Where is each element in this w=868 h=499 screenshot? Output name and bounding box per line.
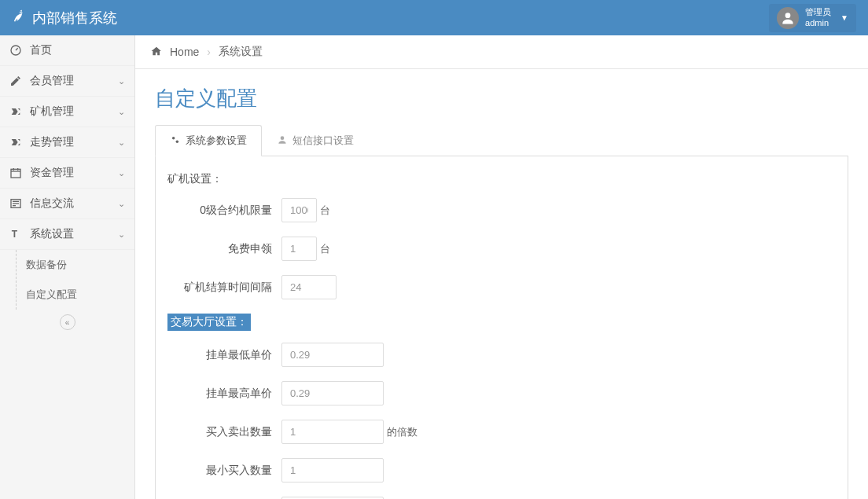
text-icon: T: [9, 228, 22, 240]
collapse-button[interactable]: «: [60, 314, 75, 330]
tab-sms-settings[interactable]: 短信接口设置: [262, 125, 369, 156]
header-brand: 内部销售系统: [12, 9, 117, 28]
user-role: 管理员: [805, 7, 831, 17]
sidebar-submenu: 数据备份 自定义配置: [16, 250, 134, 310]
sub-item-custom-config[interactable]: 自定义配置: [17, 280, 134, 310]
chevron-down-icon: ⌄: [118, 107, 125, 117]
sidebar-item-label: 走势管理: [30, 135, 74, 149]
user-info: 管理员 admin: [805, 7, 831, 28]
min-buy-input[interactable]: [281, 458, 384, 482]
form-suffix: 台: [320, 204, 330, 218]
app-header: 内部销售系统 管理员 admin ▼: [0, 0, 868, 35]
svg-point-12: [176, 140, 179, 143]
shuffle-icon: [9, 136, 22, 149]
form-row-min-price: 挂单最低单价: [167, 343, 836, 367]
sidebar-item-label: 资金管理: [30, 166, 74, 180]
chevron-down-icon: ⌄: [118, 168, 125, 178]
tab-label: 系统参数设置: [186, 134, 247, 148]
sidebar-item-funds[interactable]: 资金管理 ⌄: [0, 158, 134, 189]
sidebar-item-trend[interactable]: 走势管理 ⌄: [0, 127, 134, 158]
form-suffix: 台: [320, 242, 330, 256]
form-label: 免费申领: [167, 242, 281, 256]
sidebar-item-label: 系统设置: [30, 227, 74, 241]
leaf-icon: [12, 9, 26, 27]
trade-qty-input[interactable]: [281, 420, 384, 444]
sidebar-item-label: 会员管理: [30, 74, 74, 88]
cogs-icon: [170, 134, 181, 148]
form-label: 最小买入数量: [167, 464, 281, 478]
sidebar-collapse: «: [0, 310, 134, 335]
max-price-input[interactable]: [281, 381, 384, 405]
main-content: Home › 系统设置 自定义配置 系统参数设置 短信接口设置: [135, 35, 868, 499]
contract-limit-input[interactable]: [281, 198, 317, 222]
form-row-contract-limit: 0级合约机限量 台: [167, 198, 836, 222]
form-label: 挂单最低单价: [167, 348, 281, 362]
sidebar-item-label: 信息交流: [30, 196, 74, 211]
free-claim-input[interactable]: [281, 237, 317, 261]
sub-item-backup[interactable]: 数据备份: [17, 250, 134, 280]
form-label: 买入卖出数量: [167, 425, 281, 439]
sidebar-item-member[interactable]: 会员管理 ⌄: [0, 66, 134, 97]
tab-content: 矿机设置： 0级合约机限量 台 免费申领 台 矿机结算时间间隔 交易大厅设置：: [155, 156, 848, 499]
svg-rect-2: [11, 169, 20, 178]
calendar-icon: [9, 167, 22, 179]
breadcrumb: Home › 系统设置: [135, 35, 868, 69]
form-label: 0级合约机限量: [167, 204, 281, 218]
chevron-down-icon: ⌄: [118, 76, 125, 86]
form-label: 挂单最高单价: [167, 387, 281, 401]
chevron-down-icon: ⌄: [118, 229, 125, 240]
user-menu[interactable]: 管理员 admin ▼: [769, 4, 856, 32]
sidebar-item-home[interactable]: 首页: [0, 35, 134, 66]
chevron-down-icon: ⌄: [118, 138, 125, 148]
section-trading-title: 交易大厅设置：: [167, 314, 251, 331]
edit-icon: [9, 75, 22, 87]
sidebar-item-messages[interactable]: 信息交流 ⌄: [0, 189, 134, 219]
svg-point-11: [172, 136, 175, 139]
svg-text:T: T: [12, 229, 18, 240]
newspaper-icon: [9, 197, 22, 210]
form-row-max-price: 挂单最高单价: [167, 381, 836, 405]
user-name: admin: [805, 18, 831, 28]
shuffle-icon: [9, 105, 22, 118]
chevron-down-icon: ⌄: [118, 199, 125, 209]
sidebar-item-miner[interactable]: 矿机管理 ⌄: [0, 97, 134, 127]
tab-system-params[interactable]: 系统参数设置: [155, 125, 262, 156]
form-row-free-claim: 免费申领 台: [167, 237, 836, 261]
breadcrumb-home[interactable]: Home: [170, 46, 199, 58]
section-miner-title: 矿机设置：: [167, 172, 836, 186]
form-row-settle-interval: 矿机结算时间间隔: [167, 275, 836, 299]
svg-point-0: [785, 13, 791, 18]
tabs: 系统参数设置 短信接口设置: [155, 124, 848, 156]
breadcrumb-current: 系统设置: [219, 45, 263, 59]
dashboard-icon: [9, 44, 22, 57]
min-price-input[interactable]: [281, 343, 384, 367]
form-label: 矿机结算时间间隔: [167, 281, 281, 295]
sidebar-item-label: 首页: [30, 43, 52, 57]
tab-label: 短信接口设置: [292, 134, 354, 148]
form-row-min-buy: 最小买入数量: [167, 458, 836, 482]
user-icon: [277, 134, 288, 148]
svg-point-13: [281, 136, 285, 140]
sidebar-item-system[interactable]: T 系统设置 ⌄: [0, 219, 134, 250]
caret-down-icon: ▼: [840, 13, 848, 22]
breadcrumb-separator: ›: [207, 46, 211, 58]
page-title: 自定义配置: [135, 69, 868, 124]
form-suffix: 的倍数: [387, 425, 417, 439]
app-title: 内部销售系统: [32, 9, 117, 28]
sidebar-item-label: 矿机管理: [30, 105, 74, 119]
avatar-icon: [777, 7, 799, 29]
form-row-trade-qty: 买入卖出数量 的倍数: [167, 420, 836, 444]
sidebar: 首页 会员管理 ⌄ 矿机管理 ⌄: [0, 35, 135, 499]
home-icon: [151, 46, 162, 59]
settle-interval-input[interactable]: [281, 275, 337, 299]
